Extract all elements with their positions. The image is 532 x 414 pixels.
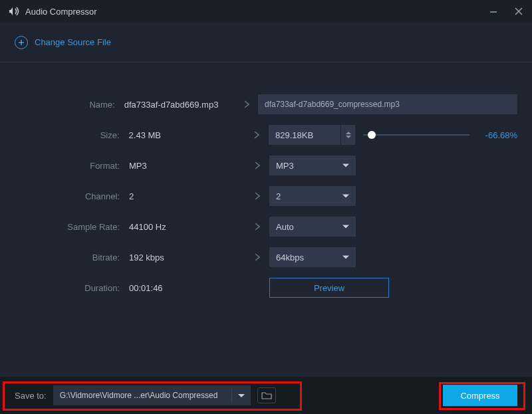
chevron-right-icon bbox=[245, 253, 269, 262]
label-channel: Channel: bbox=[15, 191, 129, 201]
label-bitrate: Bitrate: bbox=[15, 253, 129, 262]
size-percent: -66.68% bbox=[477, 130, 517, 140]
slider-thumb[interactable] bbox=[368, 131, 376, 139]
output-size-value: 829.18KB bbox=[269, 130, 340, 140]
caret-down-icon bbox=[238, 394, 245, 397]
open-folder-button[interactable] bbox=[257, 387, 276, 403]
current-channel: 2 bbox=[129, 191, 245, 201]
channel-select[interactable]: 2 bbox=[269, 186, 356, 206]
chevron-right-icon bbox=[245, 130, 269, 140]
app-title: Audio Compressor bbox=[25, 7, 487, 17]
label-format: Format: bbox=[15, 161, 129, 171]
output-size-spinner[interactable]: 829.18KB bbox=[269, 125, 355, 145]
window-controls bbox=[487, 5, 525, 18]
format-select-value: MP3 bbox=[276, 161, 294, 171]
channel-select-value: 2 bbox=[276, 191, 281, 201]
chevron-right-icon bbox=[235, 100, 258, 109]
current-sample-rate: 44100 Hz bbox=[129, 222, 245, 232]
row-sample-rate: Sample Rate: 44100 Hz Auto bbox=[15, 211, 517, 242]
bitrate-select-value: 64kbps bbox=[276, 253, 304, 262]
compress-button[interactable]: Compress bbox=[443, 385, 517, 406]
save-path-dropdown[interactable] bbox=[232, 394, 251, 397]
caret-down-icon bbox=[342, 195, 349, 198]
spinner-arrows[interactable] bbox=[340, 125, 355, 145]
caret-down-icon bbox=[346, 136, 351, 138]
bitrate-select[interactable]: 64kbps bbox=[269, 247, 356, 267]
label-duration: Duration: bbox=[15, 283, 129, 293]
row-format: Format: MP3 MP3 bbox=[15, 150, 517, 181]
row-size: Size: 2.43 MB 829.18KB -66.68% bbox=[15, 120, 517, 150]
row-channel: Channel: 2 2 bbox=[15, 181, 517, 211]
label-sample-rate: Sample Rate: bbox=[15, 222, 129, 232]
caret-down-icon bbox=[342, 256, 349, 259]
change-source-file-label: Change Source File bbox=[35, 37, 111, 47]
chevron-right-icon bbox=[245, 161, 269, 170]
row-bitrate: Bitrate: 192 kbps 64kbps bbox=[15, 242, 517, 272]
compressor-form: Name: dfa733af-d7abd669.mp3 Size: 2.43 M… bbox=[0, 62, 532, 303]
caret-down-icon bbox=[342, 164, 349, 167]
app-icon bbox=[8, 6, 20, 17]
save-path: G:\Vidmore\Vidmore ...er\Audio Compresse… bbox=[53, 391, 231, 400]
sample-rate-select-value: Auto bbox=[276, 222, 294, 232]
current-name: dfa733af-d7abd669.mp3 bbox=[124, 100, 235, 110]
output-name-input[interactable] bbox=[258, 94, 517, 114]
titlebar: Audio Compressor bbox=[0, 0, 532, 23]
row-duration: Duration: 00:01:46 Preview bbox=[15, 272, 517, 303]
footer: Save to: G:\Vidmore\Vidmore ...er\Audio … bbox=[0, 377, 532, 414]
current-bitrate: 192 kbps bbox=[129, 253, 245, 262]
row-name: Name: dfa733af-d7abd669.mp3 bbox=[15, 89, 517, 120]
current-format: MP3 bbox=[129, 161, 245, 171]
preview-button[interactable]: Preview bbox=[269, 278, 389, 298]
save-to-label: Save to: bbox=[15, 391, 47, 401]
minimize-button[interactable] bbox=[487, 5, 500, 18]
close-button[interactable] bbox=[512, 5, 525, 18]
sample-rate-select[interactable]: Auto bbox=[269, 217, 356, 237]
plus-circle-icon bbox=[15, 36, 28, 49]
slider-track bbox=[363, 134, 469, 136]
current-size: 2.43 MB bbox=[129, 130, 245, 140]
chevron-right-icon bbox=[245, 191, 269, 201]
caret-down-icon bbox=[342, 225, 349, 229]
chevron-right-icon bbox=[245, 222, 269, 231]
folder-icon bbox=[261, 391, 272, 399]
change-source-file-link[interactable]: Change Source File bbox=[0, 23, 532, 62]
save-path-box: G:\Vidmore\Vidmore ...er\Audio Compresse… bbox=[53, 385, 251, 405]
label-size: Size: bbox=[15, 130, 129, 140]
caret-up-icon bbox=[346, 132, 351, 134]
format-select[interactable]: MP3 bbox=[269, 155, 356, 175]
current-duration: 00:01:46 bbox=[129, 283, 245, 293]
size-slider[interactable] bbox=[363, 128, 469, 142]
label-name: Name: bbox=[15, 100, 124, 110]
